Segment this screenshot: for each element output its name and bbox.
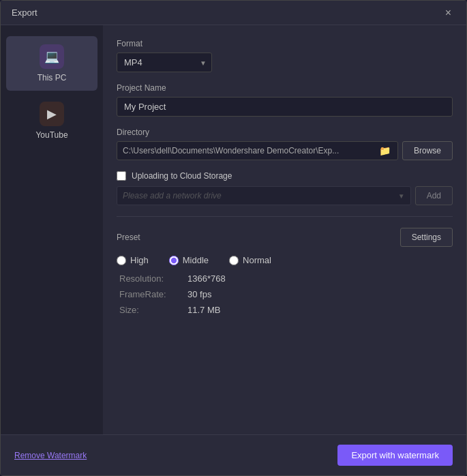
preset-middle-radio[interactable] xyxy=(169,256,179,265)
cloud-checkbox-label[interactable]: Uploading to Cloud Storage xyxy=(132,171,232,181)
network-drive-input-wrap: Please add a network drive ▼ xyxy=(117,186,411,205)
format-group: Format MP4 AVI MOV GIF ▼ xyxy=(117,39,453,72)
network-drive-row: Please add a network drive ▼ Add xyxy=(117,186,453,205)
preset-high-option[interactable]: High xyxy=(117,255,149,265)
divider xyxy=(117,216,453,217)
youtube-icon: ▶ xyxy=(40,102,64,126)
dialog-title: Export xyxy=(12,8,37,18)
preset-normal-option[interactable]: Normal xyxy=(229,255,271,265)
browse-button[interactable]: Browse xyxy=(402,141,453,160)
preset-label: Preset xyxy=(117,233,140,242)
folder-icon-button[interactable]: 📁 xyxy=(378,144,392,158)
directory-label: Directory xyxy=(117,128,453,137)
settings-button[interactable]: Settings xyxy=(400,228,453,247)
project-name-input[interactable] xyxy=(117,97,453,117)
project-name-group: Project Name xyxy=(117,83,453,117)
spec-row-resolution: Resolution: 1366*768 xyxy=(119,273,453,284)
directory-path: C:\Users\dell\Documents\Wondershare Demo… xyxy=(123,142,374,160)
directory-group: Directory C:\Users\dell\Documents\Wonder… xyxy=(117,128,453,160)
preset-normal-label: Normal xyxy=(243,255,271,265)
spec-row-framerate: FrameRate: 30 fps xyxy=(119,289,453,299)
add-network-button[interactable]: Add xyxy=(415,186,453,205)
sidebar-label-youtube: YouTube xyxy=(35,130,67,140)
preset-high-label: High xyxy=(130,255,149,265)
sidebar-item-youtube[interactable]: ▶ YouTube xyxy=(6,93,97,148)
preset-section: Preset Settings High Middle Normal xyxy=(117,228,453,315)
spec-row-size: Size: 11.7 MB xyxy=(119,305,453,315)
format-select-wrapper: MP4 AVI MOV GIF ▼ xyxy=(117,53,212,72)
framerate-key: FrameRate: xyxy=(119,289,187,299)
sidebar: 💻 This PC ▶ YouTube xyxy=(1,25,103,434)
sidebar-label-this-pc: This PC xyxy=(37,73,67,83)
remove-watermark-button[interactable]: Remove Watermark xyxy=(14,451,87,460)
preset-high-radio[interactable] xyxy=(117,256,126,265)
resolution-value: 1366*768 xyxy=(187,273,226,284)
close-button[interactable]: × xyxy=(441,6,455,20)
preset-middle-option[interactable]: Middle xyxy=(169,255,209,265)
title-bar: Export × xyxy=(1,1,466,25)
preset-radio-group: High Middle Normal xyxy=(117,255,453,265)
format-select[interactable]: MP4 AVI MOV GIF xyxy=(117,53,212,72)
this-pc-icon: 💻 xyxy=(40,44,64,69)
directory-input-wrap: C:\Users\dell\Documents\Wondershare Demo… xyxy=(117,141,398,160)
preset-middle-label: Middle xyxy=(183,255,209,265)
resolution-key: Resolution: xyxy=(119,273,187,284)
network-drive-arrow: ▼ xyxy=(398,192,405,200)
network-drive-placeholder: Please add a network drive xyxy=(123,187,394,205)
footer: Remove Watermark Export with watermark xyxy=(1,434,466,475)
sidebar-item-this-pc[interactable]: 💻 This PC xyxy=(6,36,97,91)
project-name-label: Project Name xyxy=(117,83,453,93)
export-dialog: Export × 💻 This PC ▶ YouTube Format MP4 … xyxy=(0,0,467,476)
cloud-checkbox-row: Uploading to Cloud Storage xyxy=(117,171,453,181)
cloud-checkbox[interactable] xyxy=(117,171,126,181)
cloud-section: Uploading to Cloud Storage Please add a … xyxy=(117,171,453,205)
export-button[interactable]: Export with watermark xyxy=(337,445,453,466)
preset-header: Preset Settings xyxy=(117,228,453,247)
dialog-content: 💻 This PC ▶ YouTube Format MP4 AVI MOV G… xyxy=(1,25,466,434)
size-value: 11.7 MB xyxy=(187,305,220,315)
framerate-value: 30 fps xyxy=(187,289,211,299)
specs-table: Resolution: 1366*768 FrameRate: 30 fps S… xyxy=(119,273,453,315)
directory-row: C:\Users\dell\Documents\Wondershare Demo… xyxy=(117,141,453,160)
preset-normal-radio[interactable] xyxy=(229,256,239,265)
format-label: Format xyxy=(117,39,453,48)
size-key: Size: xyxy=(119,305,187,315)
main-panel: Format MP4 AVI MOV GIF ▼ Project Name xyxy=(103,25,466,434)
